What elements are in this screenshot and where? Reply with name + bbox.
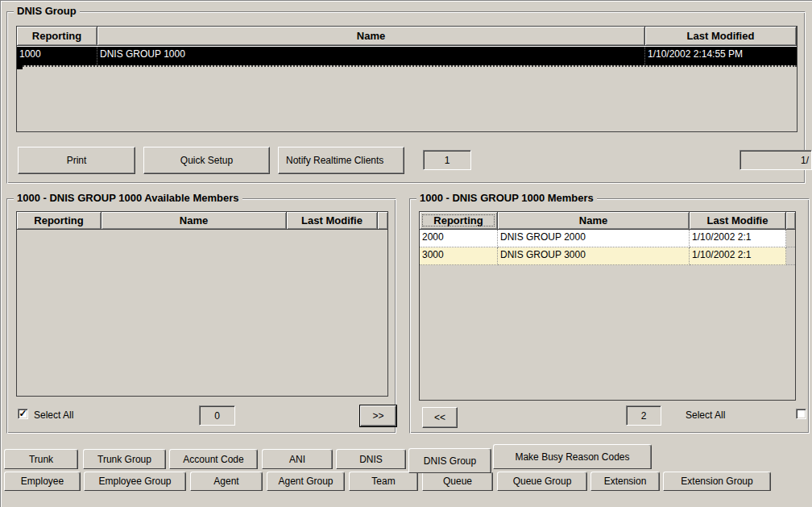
column-header-name[interactable]: Name <box>498 212 690 230</box>
members-select-all-checkbox[interactable] <box>796 409 806 419</box>
cell-reporting: 2000 <box>420 230 498 247</box>
column-header-reporting[interactable]: Reporting <box>17 27 97 46</box>
table-row-selected[interactable]: 1000 DNIS GROUP 1000 1/10/2002 2:14:55 P… <box>17 46 797 65</box>
quick-setup-button[interactable]: Quick Setup <box>143 147 270 174</box>
tab-employee[interactable]: Employee <box>4 472 81 491</box>
cell-last-modified: 1/10/2002 2:1 <box>690 230 786 247</box>
available-select-all-checkbox[interactable]: ✓ <box>18 409 28 419</box>
cell-last-modified: 1/10/2002 2:1 <box>690 247 786 265</box>
tab-team[interactable]: Team <box>349 472 418 491</box>
table-row[interactable]: 3000 DNIS GROUP 3000 1/10/2002 2:1 <box>420 247 795 265</box>
column-header-reporting[interactable]: Reporting <box>420 212 498 230</box>
members-table: Reporting Name Last Modifie 2000 DNIS GR… <box>419 211 796 401</box>
cell-reporting: 3000 <box>420 247 498 265</box>
dnis-group-window: DNIS Group Reporting Name Last Modified … <box>0 0 812 507</box>
cell-spacer <box>786 230 795 247</box>
dnis-group-table-header: Reporting Name Last Modified <box>17 27 797 46</box>
available-members-table-header: Reporting Name Last Modifie <box>17 212 387 230</box>
tab-make-busy-reason-codes[interactable]: Make Busy Reason Codes <box>493 444 652 469</box>
dnis-group-panel-title: DNIS Group <box>14 5 80 17</box>
notify-realtime-clients-button[interactable]: Notify Realtime Clients <box>278 147 404 174</box>
tab-agent[interactable]: Agent <box>190 472 263 491</box>
column-header-last-modified[interactable]: Last Modifie <box>690 212 786 230</box>
tab-trunk-group[interactable]: Trunk Group <box>83 449 166 469</box>
tab-extension-group[interactable]: Extension Group <box>663 472 771 491</box>
cell-name: DNIS GROUP 2000 <box>498 230 690 247</box>
available-members-table: Reporting Name Last Modifie <box>16 211 388 397</box>
tab-dnis[interactable]: DNIS <box>336 449 406 469</box>
column-header-spacer <box>378 212 387 230</box>
members-table-header: Reporting Name Last Modifie <box>420 212 795 230</box>
print-button[interactable]: Print <box>18 147 135 174</box>
members-panel-title: 1000 - DNIS GROUP 1000 Members <box>416 192 597 204</box>
column-header-reporting[interactable]: Reporting <box>17 212 102 230</box>
tab-extension[interactable]: Extension <box>590 472 660 491</box>
cell-reporting: 1000 <box>17 47 97 65</box>
available-members-panel-title: 1000 - DNIS GROUP 1000 Available Members <box>14 192 242 204</box>
move-left-button[interactable]: << <box>422 407 458 428</box>
available-select-all-label[interactable]: Select All <box>34 409 73 421</box>
tab-agent-group[interactable]: Agent Group <box>267 472 345 491</box>
tab-account-code[interactable]: Account Code <box>169 449 258 469</box>
cell-last-modified: 1/10/2002 2:14:55 PM <box>645 47 797 65</box>
cell-name: DNIS GROUP 3000 <box>498 247 690 265</box>
tab-dnis-group[interactable]: DNIS Group <box>408 448 491 473</box>
column-header-name[interactable]: Name <box>102 212 287 230</box>
tab-ani[interactable]: ANI <box>262 449 333 469</box>
table-row[interactable]: 2000 DNIS GROUP 2000 1/10/2002 2:1 <box>420 230 795 247</box>
new-row-handle-icon <box>17 64 23 69</box>
selected-count-field: 1 <box>423 150 471 170</box>
cell-name: DNIS GROUP 1000 <box>97 47 645 65</box>
members-count-field: 2 <box>626 405 661 426</box>
members-select-all-label[interactable]: Select All <box>686 409 725 421</box>
tab-queue-group[interactable]: Queue Group <box>497 472 587 491</box>
column-header-spacer <box>786 212 795 230</box>
cell-spacer <box>786 247 795 265</box>
selected-date-field: 1/ <box>740 150 812 170</box>
tab-queue[interactable]: Queue <box>422 472 493 491</box>
check-icon: ✓ <box>19 409 27 418</box>
tab-trunk[interactable]: Trunk <box>4 449 78 469</box>
available-count-field: 0 <box>199 405 235 426</box>
column-header-last-modified[interactable]: Last Modifie <box>287 212 378 230</box>
new-row-divider <box>17 65 797 70</box>
move-right-button[interactable]: >> <box>360 405 396 426</box>
column-header-last-modified[interactable]: Last Modified <box>645 27 797 46</box>
column-header-name[interactable]: Name <box>97 27 645 46</box>
tab-employee-group[interactable]: Employee Group <box>84 472 186 491</box>
dnis-group-table: Reporting Name Last Modified 1000 DNIS G… <box>16 26 798 132</box>
